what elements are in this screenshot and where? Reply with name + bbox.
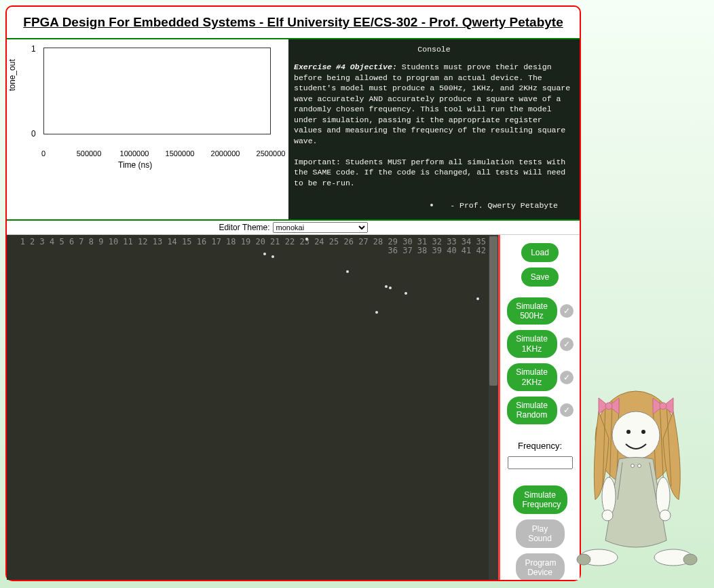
chart-y-label: tone_out [7,59,17,91]
x-tick: 2000000 [211,149,240,158]
page-title: FPGA Design For Embedded Systems - Elf U… [15,15,571,30]
chart-x-label: Time (ns) [118,160,152,170]
load-button[interactable]: Load [521,243,559,262]
simulate-2khz-button[interactable]: Simulate 2KHz [507,363,557,391]
svg-point-10 [602,510,613,521]
x-tick: 2500000 [257,149,286,158]
console-objective-label: Exercise #4 Objective: [294,62,397,71]
simulate-1khz-button[interactable]: Simulate 1KHz [507,330,557,358]
svg-point-8 [602,477,616,515]
x-tick: 1000000 [120,149,149,158]
middle-row: tone_out Time (ns) 1 0 0 500000 1000000 … [7,39,580,221]
y-tick: 1 [31,44,36,54]
console-body: Exercise #4 Objective: Students must pro… [294,56,574,217]
status-1khz-icon: ✓ [560,337,574,351]
console-text-1: Students must prove their design before … [294,62,570,145]
code-editor[interactable]: 1 2 3 4 5 6 7 8 9 10 11 12 13 14 15 16 1… [7,235,498,580]
simulate-500hz-button[interactable]: Simulate 500Hz [507,297,557,325]
simulate-frequency-button[interactable]: Simulate Frequency [513,485,567,514]
header: FPGA Design For Embedded Systems - Elf U… [7,7,580,39]
x-tick: 0 [41,149,45,158]
svg-point-0 [595,391,677,486]
svg-point-5 [641,430,645,434]
svg-point-2 [660,403,666,409]
save-button[interactable]: Save [521,268,559,287]
svg-point-1 [605,403,612,409]
y-tick: 0 [31,129,36,139]
editor-toolbar: Editor Theme: monokai [7,221,580,235]
svg-point-3 [612,411,660,459]
console-title: Console [294,42,574,56]
svg-point-11 [660,510,671,521]
svg-point-7 [638,464,641,468]
status-500hz-icon: ✓ [560,304,574,318]
line-gutter: 1 2 3 4 5 6 7 8 9 10 11 12 13 14 15 16 1… [7,235,490,580]
scrollbar-thumb[interactable] [489,236,497,386]
sidebar: Load Save Simulate 500Hz ✓ Simulate 1KHz… [498,235,580,580]
frequency-input[interactable] [508,456,573,469]
simulate-random-button[interactable]: Simulate Random [507,397,557,424]
console-panel: Console Exercise #4 Objective: Students … [288,39,580,219]
theme-select[interactable]: monokai [273,222,368,233]
svg-point-4 [626,430,631,434]
program-device-button[interactable]: Program Device [516,553,565,580]
doll-illustration [571,378,700,581]
console-signature: - Prof. Qwerty Petabyte [294,200,574,211]
x-tick: 500000 [77,149,102,158]
play-sound-button[interactable]: Play Sound [516,519,565,548]
svg-point-13 [654,549,692,566]
chart-panel: tone_out Time (ns) 1 0 0 500000 1000000 … [7,39,288,175]
svg-point-12 [580,549,618,566]
editor-row: 1 2 3 4 5 6 7 8 9 10 11 12 13 14 15 16 1… [7,235,580,580]
x-tick: 1500000 [166,149,195,158]
frequency-label: Frequency: [518,441,562,451]
status-2khz-icon: ✓ [560,371,574,384]
status-random-icon: ✓ [560,403,574,417]
chart-plot-area [43,48,271,134]
svg-point-15 [683,554,697,565]
console-text-2: Important: Students MUST perform all sim… [294,158,565,187]
svg-point-9 [656,477,670,515]
svg-point-6 [631,464,635,468]
theme-label: Editor Theme: [219,223,269,232]
editor-scrollbar[interactable] [489,235,498,580]
app-window: FPGA Design For Embedded Systems - Elf U… [5,5,581,581]
